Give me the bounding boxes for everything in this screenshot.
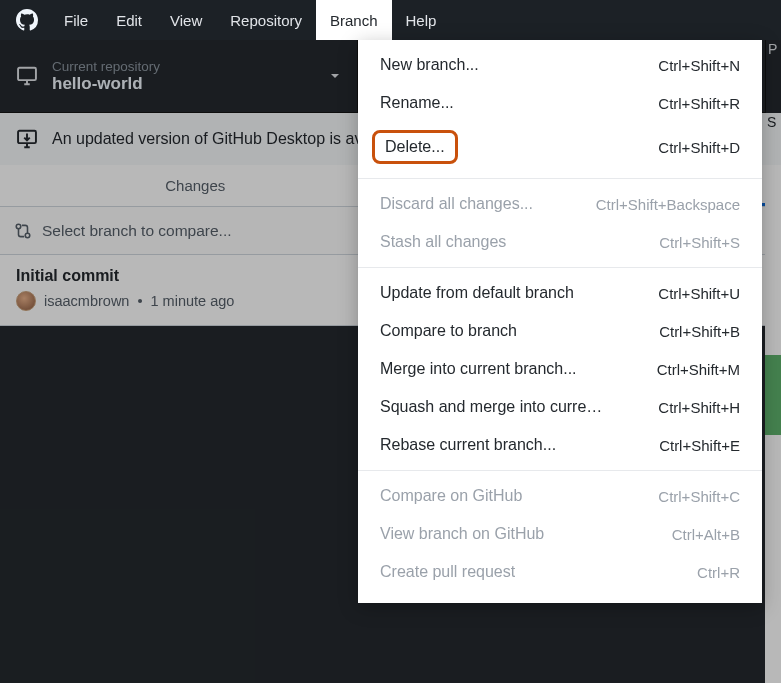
menu-item-label: View branch on GitHub — [380, 525, 544, 543]
branch-dropdown-menu: New branch...Ctrl+Shift+NRename...Ctrl+S… — [358, 40, 762, 603]
menu-item-shortcut: Ctrl+Shift+B — [659, 323, 740, 340]
menu-item-shortcut: Ctrl+Shift+N — [658, 57, 740, 74]
menu-item-shortcut: Ctrl+Shift+E — [659, 437, 740, 454]
menu-item-label: Compare to branch — [380, 322, 517, 340]
menu-item-shortcut: Ctrl+R — [697, 564, 740, 581]
menu-separator — [358, 178, 762, 179]
menu-item-rebase-current-branch[interactable]: Rebase current branch...Ctrl+Shift+E — [358, 426, 762, 464]
menu-item-stash-all-changes: Stash all changesCtrl+Shift+S — [358, 223, 762, 261]
menu-item-rename[interactable]: Rename...Ctrl+Shift+R — [358, 84, 762, 122]
menu-repository[interactable]: Repository — [216, 0, 316, 40]
menu-item-update-from-default-branch[interactable]: Update from default branchCtrl+Shift+U — [358, 274, 762, 312]
menu-item-shortcut: Ctrl+Shift+Backspace — [596, 196, 740, 213]
menu-item-label: Stash all changes — [380, 233, 506, 251]
menu-item-discard-all-changes: Discard all changes...Ctrl+Shift+Backspa… — [358, 185, 762, 223]
menu-item-new-branch[interactable]: New branch...Ctrl+Shift+N — [358, 46, 762, 84]
menu-item-label: Delete... — [385, 138, 445, 155]
highlight-annotation: Delete... — [372, 130, 458, 164]
titlebar: File Edit View Repository Branch Help — [0, 0, 781, 40]
menu-file[interactable]: File — [50, 0, 102, 40]
github-logo-icon — [10, 9, 44, 31]
menu-item-merge-into-current-branch[interactable]: Merge into current branch...Ctrl+Shift+M — [358, 350, 762, 388]
menu-item-view-branch-on-github: View branch on GitHubCtrl+Alt+B — [358, 515, 762, 553]
menu-branch[interactable]: Branch — [316, 0, 392, 40]
menu-edit[interactable]: Edit — [102, 0, 156, 40]
menu-view[interactable]: View — [156, 0, 216, 40]
menubar-items: File Edit View Repository Branch Help — [50, 0, 450, 40]
menu-item-shortcut: Ctrl+Shift+C — [658, 488, 740, 505]
menu-item-label: Create pull request — [380, 563, 515, 581]
menu-item-label: New branch... — [380, 56, 479, 74]
menu-item-shortcut: Ctrl+Shift+M — [657, 361, 740, 378]
menu-item-shortcut: Ctrl+Shift+D — [658, 139, 740, 156]
menu-item-delete[interactable]: Delete...Ctrl+Shift+D — [358, 122, 762, 172]
menu-item-shortcut: Ctrl+Shift+S — [659, 234, 740, 251]
menu-item-label: Rename... — [380, 94, 454, 112]
menu-item-label: Rebase current branch... — [380, 436, 556, 454]
menu-separator — [358, 267, 762, 268]
menu-help[interactable]: Help — [392, 0, 451, 40]
menu-item-squash-and-merge-into-current-branch[interactable]: Squash and merge into current branch...C… — [358, 388, 762, 426]
menu-item-label: Update from default branch — [380, 284, 574, 302]
menu-item-label: Squash and merge into current branch... — [380, 398, 610, 416]
menu-item-shortcut: Ctrl+Shift+R — [658, 95, 740, 112]
menu-item-shortcut: Ctrl+Shift+H — [658, 399, 740, 416]
menu-item-shortcut: Ctrl+Shift+U — [658, 285, 740, 302]
menu-item-label: Merge into current branch... — [380, 360, 577, 378]
menu-item-compare-to-branch[interactable]: Compare to branchCtrl+Shift+B — [358, 312, 762, 350]
menu-item-label: Discard all changes... — [380, 195, 533, 213]
menu-item-shortcut: Ctrl+Alt+B — [672, 526, 740, 543]
menu-item-label: Compare on GitHub — [380, 487, 522, 505]
menu-item-compare-on-github: Compare on GitHubCtrl+Shift+C — [358, 477, 762, 515]
menu-item-create-pull-request: Create pull requestCtrl+R — [358, 553, 762, 591]
menu-separator — [358, 470, 762, 471]
